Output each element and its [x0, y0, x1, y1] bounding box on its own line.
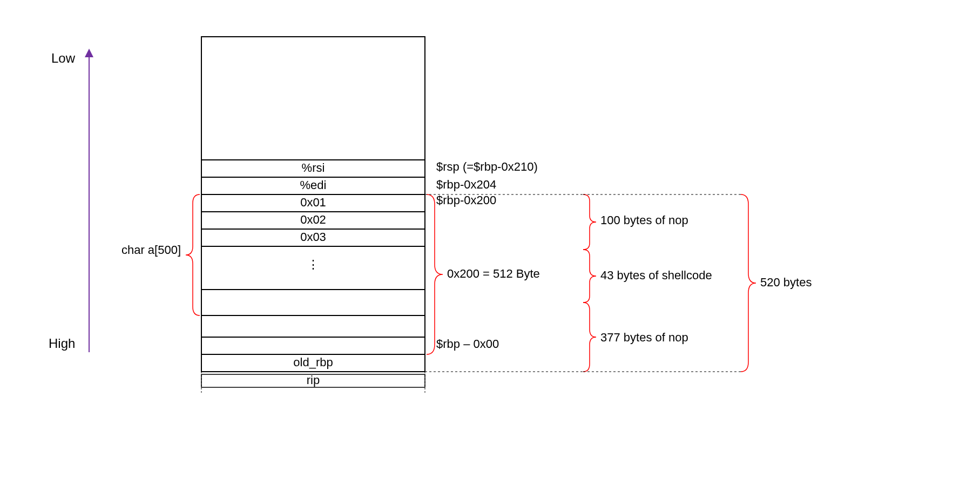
note-rbp200: $rbp-0x200	[436, 193, 496, 207]
vdots-text: ⋮	[307, 258, 319, 271]
brace-520	[741, 194, 756, 372]
row-0x01-text: 0x01	[300, 196, 326, 209]
row-blank2	[201, 315, 425, 337]
row-rsi-text: %rsi	[302, 161, 325, 174]
label-char-a: char a[500]	[121, 243, 181, 257]
note-rsp: $rsp (=$rbp-0x210)	[436, 160, 538, 173]
row-old-rbp-text: old_rbp	[293, 355, 333, 369]
label-nop100: 100 bytes of nop	[600, 213, 688, 227]
label-nop377: 377 bytes of nop	[600, 331, 688, 344]
note-rbp0: $rbp – 0x00	[436, 337, 499, 351]
label-512: 0x200 = 512 Byte	[447, 267, 540, 280]
row-rip-text: rip	[307, 373, 320, 387]
row-blank1	[201, 290, 425, 315]
stack-diagram: Low High %rsi $rsp (=$rbp-0x210) %edi $r…	[0, 0, 980, 477]
label-520: 520 bytes	[760, 276, 812, 289]
note-rbp204: $rbp-0x204	[436, 178, 496, 191]
row-blank3	[201, 337, 425, 354]
row-0x02-text: 0x02	[300, 213, 326, 226]
brace-char-a	[186, 194, 200, 315]
brace-nop100	[583, 194, 596, 250]
row-edi-text: %edi	[300, 178, 327, 192]
brace-512	[427, 194, 443, 354]
brace-shell43	[583, 250, 596, 303]
svg-rect-0	[201, 37, 425, 160]
low-label: Low	[51, 51, 76, 65]
brace-nop377	[583, 303, 596, 372]
high-label: High	[49, 336, 75, 351]
row-0x03-text: 0x03	[300, 230, 326, 244]
label-shell43: 43 bytes of shellcode	[600, 268, 712, 282]
